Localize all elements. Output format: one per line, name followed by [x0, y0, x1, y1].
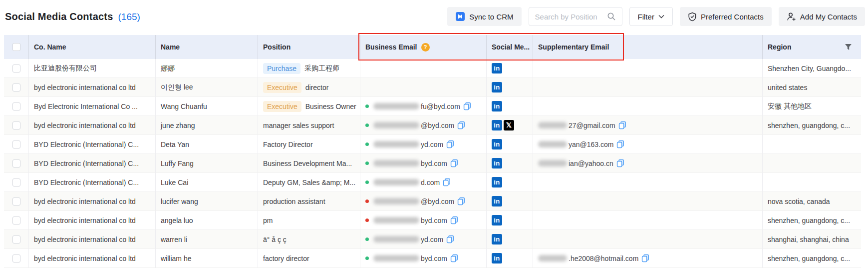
- table-row: BYD Electronic (International) C...Luffy…: [4, 154, 861, 173]
- row-checkbox[interactable]: [12, 84, 20, 92]
- business-email-cell: byd.com: [360, 154, 487, 172]
- copy-icon[interactable]: [443, 178, 451, 186]
- company-name-cell: BYD Electronic (International) C...: [29, 135, 156, 154]
- position-cell: factory director: [258, 249, 360, 268]
- copy-icon[interactable]: [616, 140, 624, 148]
- contact-name-cell: Luffy Fang: [156, 154, 258, 172]
- preferred-shield-icon: [688, 12, 697, 22]
- position-cell: Purchase采购工程师: [258, 59, 360, 78]
- region-cell: shenzhen, guangdong, c...: [763, 249, 861, 268]
- business-email-cell: [360, 78, 487, 96]
- supplementary-email-cell: yan@163.com: [533, 135, 763, 154]
- copy-icon[interactable]: [618, 121, 626, 130]
- social-media-cell: in: [487, 59, 533, 78]
- linkedin-icon[interactable]: in: [492, 177, 502, 188]
- business-email-cell: d.com: [360, 173, 487, 192]
- supplementary-email-cell: [533, 97, 763, 116]
- supplementary-email-cell: [533, 78, 763, 96]
- row-checkbox[interactable]: [12, 160, 20, 168]
- table-row: 比亚迪股份有限公司娜娜Purchase采购工程师inShenzhen City,…: [4, 59, 861, 78]
- contacts-table: Co. Name Name Position Business Email ? …: [4, 35, 861, 268]
- title-wrap: Social Media Contacts (165): [5, 11, 140, 22]
- copy-icon[interactable]: [463, 102, 471, 110]
- linkedin-icon[interactable]: in: [492, 63, 502, 74]
- business-email-cell: @byd.com: [360, 116, 487, 134]
- row-checkbox[interactable]: [12, 236, 20, 244]
- linkedin-icon[interactable]: in: [492, 120, 502, 130]
- masked-email-part: [538, 141, 567, 148]
- masked-email-part: [373, 217, 419, 224]
- business-email-text: @byd.com: [421, 122, 454, 130]
- business-email-cell: yd.com: [360, 135, 487, 154]
- masked-email-part: [373, 160, 419, 166]
- position-cell: Deputy GM, Sales &amp; M...: [258, 173, 360, 192]
- copy-icon[interactable]: [616, 159, 624, 168]
- copy-icon[interactable]: [457, 121, 465, 130]
- linkedin-icon[interactable]: in: [492, 196, 502, 206]
- business-email-text: yd.com: [421, 140, 443, 148]
- linkedin-icon[interactable]: in: [492, 101, 502, 112]
- row-checkbox[interactable]: [12, 102, 20, 110]
- masked-email-part: [373, 141, 419, 148]
- masked-email-part: [373, 122, 419, 128]
- row-checkbox[interactable]: [12, 140, 20, 148]
- company-name-cell: byd electronic international co ltd: [29, 249, 156, 268]
- supplementary-email-text: yan@163.com: [569, 140, 613, 148]
- select-all-checkbox[interactable]: [12, 43, 20, 51]
- contact-name-cell: Wang Chuanfu: [156, 97, 258, 116]
- table-row: byd electronic international co ltdjune …: [4, 116, 861, 135]
- supplementary-email-cell: [533, 192, 763, 210]
- supplementary-email-cell: [533, 173, 763, 192]
- region-filter-funnel-icon[interactable]: [845, 44, 857, 50]
- row-checkbox[interactable]: [12, 216, 20, 224]
- business-email-cell: fu@byd.com: [360, 97, 487, 116]
- add-my-contacts-button[interactable]: Add My Contacts: [779, 7, 865, 26]
- masked-email-part: [538, 122, 567, 128]
- row-checkbox[interactable]: [12, 64, 20, 72]
- copy-icon[interactable]: [446, 140, 454, 148]
- email-status-dot: [365, 200, 369, 203]
- table-header-row: Co. Name Name Position Business Email ? …: [4, 35, 861, 59]
- company-name-cell: 比亚迪股份有限公司: [29, 59, 156, 78]
- copy-icon[interactable]: [641, 254, 649, 262]
- sync-to-crm-button[interactable]: Sync to CRM: [447, 7, 521, 26]
- x-twitter-icon[interactable]: 𝕏: [504, 120, 514, 130]
- business-email-text: byd.com: [421, 254, 447, 262]
- search-icon[interactable]: [607, 12, 616, 21]
- search-input[interactable]: [535, 12, 607, 21]
- social-media-cell: in: [487, 211, 533, 230]
- email-status-dot: [365, 238, 369, 241]
- help-icon[interactable]: ?: [421, 43, 430, 52]
- copy-icon[interactable]: [450, 254, 458, 262]
- region-cell: shenzhen, guangdong, c...: [763, 211, 861, 230]
- linkedin-icon[interactable]: in: [492, 139, 502, 150]
- linkedin-icon[interactable]: in: [492, 253, 502, 264]
- position-cell: production assistant: [258, 192, 360, 210]
- copy-icon[interactable]: [450, 216, 458, 224]
- email-status-dot: [365, 162, 369, 165]
- linkedin-icon[interactable]: in: [492, 215, 502, 226]
- company-name-cell: byd electronic international co ltd: [29, 230, 156, 248]
- row-checkbox[interactable]: [12, 254, 20, 262]
- business-email-cell: [360, 59, 487, 78]
- linkedin-icon[interactable]: in: [492, 82, 502, 92]
- region-cell: 安徽 其他地区: [763, 97, 861, 116]
- row-checkbox[interactable]: [12, 178, 20, 186]
- row-checkbox[interactable]: [12, 198, 20, 206]
- copy-icon[interactable]: [450, 159, 458, 168]
- contact-name-cell: Deta Yan: [156, 135, 258, 154]
- crm-icon: [455, 12, 465, 22]
- header-name: Name: [156, 35, 258, 59]
- business-email-text: byd.com: [421, 216, 447, 224]
- row-checkbox[interactable]: [12, 122, 20, 130]
- copy-icon[interactable]: [446, 235, 454, 244]
- linkedin-icon[interactable]: in: [492, 234, 502, 244]
- copy-icon[interactable]: [457, 197, 465, 206]
- table-row: Byd Electronic International Co ...Wang …: [4, 97, 861, 116]
- filter-button[interactable]: Filter: [629, 7, 673, 26]
- region-cell: [763, 154, 861, 172]
- linkedin-icon[interactable]: in: [492, 158, 502, 168]
- supplementary-email-cell: ian@yahoo.cn: [533, 154, 763, 172]
- preferred-contacts-button[interactable]: Preferred Contacts: [680, 7, 772, 26]
- contact-name-cell: angela luo: [156, 211, 258, 230]
